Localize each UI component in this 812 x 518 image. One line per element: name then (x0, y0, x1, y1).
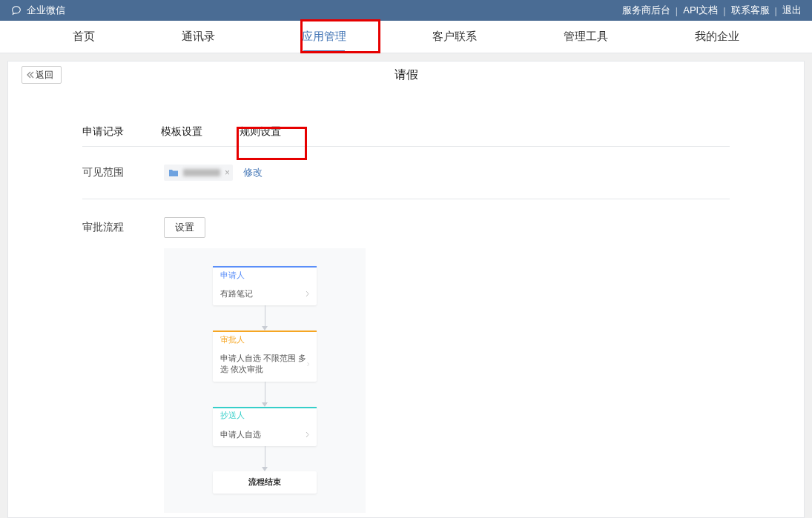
settings-button[interactable]: 设置 (164, 217, 205, 238)
chevron-right-icon (307, 361, 309, 368)
approval-label: 审批流程 (82, 221, 164, 234)
tab-records[interactable]: 申请记录 (82, 125, 124, 139)
flow-approver-title: 审批人 (213, 331, 317, 347)
chevron-right-icon (306, 431, 309, 438)
flow-diagram: 申请人 有路笔记 审批人 申请人自选 不限范围 多选 依次审批 抄送人 申请人自… (164, 248, 366, 513)
modify-link[interactable]: 修改 (243, 166, 263, 179)
nav-customer[interactable]: 客户联系 (417, 21, 492, 53)
flow-approver[interactable]: 审批人 申请人自选 不限范围 多选 依次审批 (213, 331, 317, 382)
folder-icon (168, 168, 179, 177)
chevron-double-left-icon (27, 71, 34, 79)
flow-applicant-body: 有路笔记 (220, 288, 253, 299)
page-title: 请假 (8, 67, 804, 83)
flow-cc-body: 申请人自选 (220, 429, 261, 440)
link-logout[interactable]: 退出 (782, 4, 802, 17)
chevron-right-icon (306, 290, 309, 297)
brand: 企业微信 (10, 4, 65, 17)
scope-chip-remove[interactable]: × (225, 167, 230, 178)
flow-approver-body: 申请人自选 不限范围 多选 依次审批 (220, 353, 307, 376)
scope-chip: × (164, 165, 233, 181)
nav-enterprise[interactable]: 我的企业 (680, 21, 754, 53)
nav-contacts[interactable]: 通讯录 (167, 21, 230, 53)
page-card: 返回 请假 申请记录 模板设置 规则设置 可见范围 × 修改 审批流程 (7, 61, 805, 518)
brand-icon (10, 4, 22, 16)
scope-chip-name (183, 169, 220, 176)
arrow-down-icon (262, 467, 268, 471)
tab-rules[interactable]: 规则设置 (240, 125, 281, 139)
back-button[interactable]: 返回 (22, 66, 62, 84)
flow-applicant[interactable]: 申请人 有路笔记 (213, 266, 317, 305)
subtabs: 申请记录 模板设置 规则设置 (82, 125, 730, 147)
nav-home[interactable]: 首页 (58, 21, 110, 53)
main-nav: 首页 通讯录 应用管理 客户联系 管理工具 我的企业 (0, 21, 812, 53)
flow-cc[interactable]: 抄送人 申请人自选 (213, 407, 317, 446)
brand-text: 企业微信 (27, 4, 65, 17)
link-provider[interactable]: 服务商后台 (622, 4, 670, 17)
visible-scope-label: 可见范围 (82, 166, 164, 179)
top-links: 服务商后台| API文档| 联系客服| 退出 (622, 4, 802, 17)
nav-tools[interactable]: 管理工具 (549, 21, 623, 53)
flow-end: 流程结束 (213, 471, 317, 494)
tab-template[interactable]: 模板设置 (161, 125, 202, 139)
arrow-down-icon (262, 326, 268, 331)
arrow-down-icon (262, 402, 268, 407)
nav-apps[interactable]: 应用管理 (287, 21, 361, 53)
topbar: 企业微信 服务商后台| API文档| 联系客服| 退出 (0, 0, 812, 21)
flow-applicant-title: 申请人 (213, 266, 317, 282)
link-support[interactable]: 联系客服 (731, 4, 770, 17)
flow-cc-title: 抄送人 (213, 407, 317, 423)
link-api[interactable]: API文档 (683, 4, 718, 17)
